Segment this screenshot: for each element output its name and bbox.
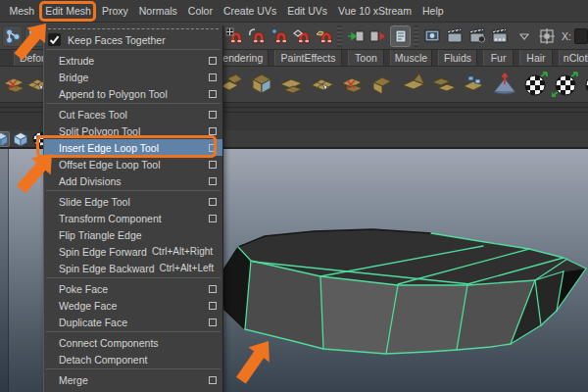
coordinate-x-input[interactable] [574, 28, 588, 44]
option-box-icon[interactable] [209, 376, 217, 384]
target-box-button[interactable] [536, 25, 557, 47]
magnet-curve-icon [248, 27, 266, 45]
render-settings-button[interactable] [489, 25, 510, 47]
toolbar-separator [337, 25, 342, 47]
poly-prism-shelf-button[interactable] [248, 71, 275, 98]
menu-item-append-to-polygon-tool[interactable]: Append to Polygon Tool [44, 85, 222, 102]
menu-item-shortcut: Ctrl+Alt+Left [159, 263, 214, 273]
magnet-curve-button[interactable] [246, 25, 267, 47]
menu-item-flip-triangle-edge[interactable]: Flip Triangle Edge [44, 226, 222, 243]
menu-item-shortcut: Ctrl+Alt+Right [152, 246, 213, 257]
option-box-icon[interactable] [209, 215, 217, 222]
poly-offset-quads-shelf-button[interactable] [430, 71, 458, 98]
dropdown-arrow-button[interactable] [514, 25, 534, 47]
poly-blue-squares-shelf-button[interactable] [461, 71, 488, 98]
wire-cube-toggle[interactable] [0, 131, 10, 147]
menu-color[interactable]: Color [182, 0, 218, 22]
menu-item-extrude[interactable]: Extrude [44, 52, 222, 69]
menu-item-label: Wedge Face [59, 300, 117, 312]
menu-create-uvs[interactable]: Create UVs [218, 0, 281, 22]
shelf-tab-hair[interactable]: Hair [519, 50, 553, 66]
shelf-tab-fluids[interactable]: Fluids [438, 50, 477, 66]
menu-item-label: Append to Polygon Tool [59, 88, 168, 100]
viewport-left-edge [0, 149, 9, 392]
poly-planes-shelf-button[interactable] [278, 71, 306, 98]
checker-sphere-shelf-button[interactable] [582, 71, 588, 98]
option-box-icon[interactable] [209, 90, 217, 98]
shelf-tab-toon[interactable]: Toon [348, 50, 384, 66]
shaded-cube-toggle[interactable] [12, 131, 29, 147]
shelf-tab-painteffects[interactable]: PaintEffects [274, 50, 342, 66]
render-settings-icon [491, 27, 509, 45]
target-box-icon [538, 27, 556, 45]
poly-quads-red-shelf-button[interactable] [339, 71, 367, 98]
ipr-render-icon [468, 27, 486, 45]
menu-item-bridge[interactable]: Bridge [44, 69, 222, 85]
construction-history-button[interactable] [390, 25, 411, 47]
magnet-plane-button[interactable] [291, 25, 312, 47]
magnet-live-button[interactable] [314, 25, 334, 47]
output-connections-icon [369, 27, 387, 45]
option-box-icon[interactable] [209, 57, 217, 65]
menu-edit-uvs[interactable]: Edit UVs [282, 0, 333, 22]
menu-item-keep-faces-together[interactable]: Keep Faces Together [44, 31, 222, 48]
menu-item-slide-edge-tool[interactable]: Slide Edge Tool [44, 193, 222, 210]
render-frame-button[interactable] [444, 25, 465, 47]
menu-proxy[interactable]: Proxy [96, 0, 133, 22]
menu-normals[interactable]: Normals [133, 0, 182, 22]
input-connections-icon [347, 27, 365, 45]
menu-item-wedge-face[interactable]: Wedge Face [44, 297, 222, 314]
magnet-point-button[interactable] [269, 25, 289, 47]
menu-item-detach-component[interactable]: Detach Component [44, 351, 222, 368]
render-view-icon [423, 27, 441, 45]
maya-application-window: MeshEdit MeshProxyNormalsColorCreate UVs… [0, 0, 588, 392]
option-box-icon[interactable] [209, 198, 217, 206]
poly-fold-shelf-button[interactable] [369, 71, 397, 98]
option-box-icon[interactable] [209, 127, 217, 135]
menu-item-poke-face[interactable]: Poke Face [44, 280, 222, 297]
menu-item-label: Detach Component [59, 354, 147, 366]
menu-item-connect-components[interactable]: Connect Components [44, 334, 222, 351]
menu-item-merge-to-center[interactable]: Merge To Center [44, 388, 222, 392]
option-box-icon[interactable] [209, 285, 217, 293]
annotation-arrow-object [231, 335, 290, 392]
poly-flap-shelf-button[interactable] [400, 71, 427, 98]
option-box-icon[interactable] [209, 74, 217, 81]
menu-help[interactable]: Help [416, 0, 449, 22]
menu-vue-10-xstream[interactable]: Vue 10 xStream [333, 0, 417, 22]
menu-item-label: Cut Faces Tool [59, 109, 127, 121]
checker-sphere-arrow-shelf-button[interactable] [552, 71, 579, 98]
option-box-icon[interactable] [209, 161, 217, 169]
option-box-icon[interactable] [209, 318, 217, 326]
option-box-icon[interactable] [209, 302, 217, 310]
magnet-point-icon [270, 27, 288, 45]
shelf-tab-muscle[interactable]: Muscle [390, 50, 432, 66]
shelf-tab-fur[interactable]: Fur [483, 50, 514, 66]
menu-item-transform-component[interactable]: Transform Component [44, 210, 222, 226]
menu-item-spin-edge-forward[interactable]: Spin Edge ForwardCtrl+Alt+Right [44, 243, 222, 260]
input-connections-button[interactable] [345, 25, 366, 47]
menu-item-label: Keep Faces Together [68, 34, 166, 46]
menu-item-cut-faces-tool[interactable]: Cut Faces Tool [44, 106, 222, 122]
magnet-grid-button[interactable] [223, 25, 244, 47]
checker-sphere-shelf-button[interactable] [521, 71, 549, 98]
menu-item-label: Extrude [59, 55, 94, 67]
option-box-icon[interactable] [209, 177, 217, 185]
menu-item-label: Merge [59, 374, 88, 386]
poly-grid-cursor-shelf-button[interactable] [309, 71, 336, 98]
menu-item-add-divisions[interactable]: Add Divisions [44, 172, 222, 189]
pyramid-red-arrow-shelf-button[interactable] [491, 71, 518, 98]
output-connections-button[interactable] [368, 25, 388, 47]
option-box-icon[interactable] [209, 111, 217, 119]
ipr-render-button[interactable] [466, 25, 487, 47]
menu-item-spin-edge-backward[interactable]: Spin Edge BackwardCtrl+Alt+Left [44, 260, 222, 276]
menu-item-merge[interactable]: Merge [44, 371, 222, 388]
menu-item-offset-edge-loop-tool[interactable]: Offset Edge Loop Tool [44, 156, 222, 172]
menu-item-label: Spin Edge Forward [59, 246, 147, 258]
render-view-button[interactable] [421, 25, 442, 47]
edit-mesh-dropdown-menu: Keep Faces TogetherExtrudeBridgeAppend t… [43, 25, 223, 392]
menu-item-duplicate-face[interactable]: Duplicate Face [44, 314, 222, 330]
menu-item-label: Poke Face [59, 283, 108, 295]
shelf-tab-ncloth[interactable]: nCloth [559, 50, 588, 66]
toolbar-separator [414, 25, 418, 47]
